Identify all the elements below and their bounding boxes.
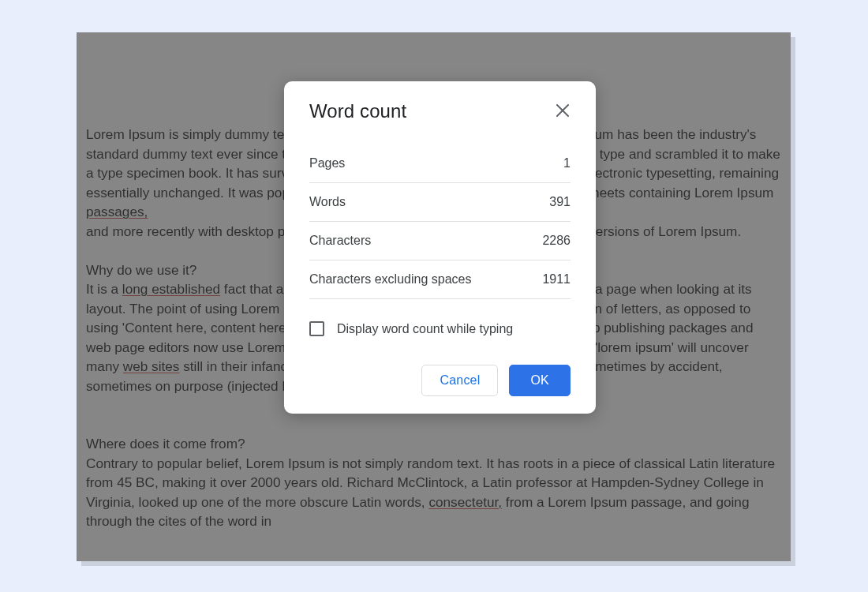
stat-value: 391 (549, 195, 571, 209)
display-while-typing-row: Display word count while typing (309, 321, 571, 336)
stat-label: Characters excluding spaces (309, 272, 471, 287)
stat-row-pages: Pages 1 (309, 144, 571, 183)
stat-label: Words (309, 195, 346, 209)
stat-row-characters: Characters 2286 (309, 222, 571, 260)
checkbox-label: Display word count while typing (337, 322, 513, 336)
close-icon[interactable] (555, 103, 571, 118)
stat-row-characters-excluding-spaces: Characters excluding spaces 1911 (309, 260, 571, 299)
dialog-button-row: Cancel OK (309, 365, 571, 396)
stat-label: Pages (309, 156, 345, 170)
stat-value: 1 (563, 156, 571, 170)
stat-value: 2286 (542, 234, 571, 248)
dialog-title: Word count (309, 100, 406, 122)
word-count-dialog: Word count Pages 1 Words 391 Characters … (284, 81, 596, 414)
stat-row-words: Words 391 (309, 183, 571, 222)
dialog-header: Word count (309, 100, 571, 122)
display-while-typing-checkbox[interactable] (309, 321, 324, 336)
cancel-button[interactable]: Cancel (421, 365, 498, 396)
stat-label: Characters (309, 234, 371, 248)
stat-value: 1911 (542, 272, 571, 287)
ok-button[interactable]: OK (509, 365, 571, 396)
